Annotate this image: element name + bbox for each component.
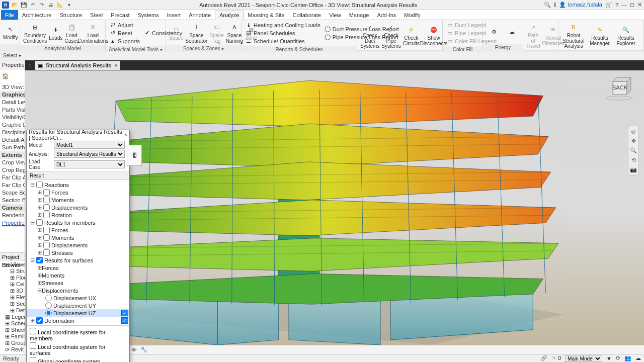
qat-more-icon[interactable]: ▾ [65,2,72,9]
redo-icon[interactable]: ↷ [38,2,45,9]
tab-steel[interactable]: Steel [86,10,107,20]
main-model-select[interactable]: Main Model [565,355,602,362]
tree-node-stresses[interactable]: ⊞Stresses [27,279,129,287]
user-name[interactable]: 👤 tomasz.fudala [559,2,602,8]
pan-icon[interactable]: ✥ [631,138,636,144]
tab-analyze[interactable]: Analyze [215,11,244,20]
view-tab[interactable]: ▣ Structural Analysis Results × [35,61,121,70]
worksets-icon[interactable]: 👥 [624,355,631,361]
save-icon[interactable]: 💾 [20,2,27,9]
tab-systems[interactable]: Systems [133,10,163,20]
prop-row[interactable]: Graphic Displ [0,121,25,129]
close-icon[interactable]: ✕ [637,2,642,8]
camera-icon[interactable]: 📷 [630,166,637,173]
prop-row[interactable]: Section Box [0,197,25,204]
undo-icon[interactable]: ↶ [29,2,36,9]
opt-local-members[interactable]: Local coordinate system for members [30,328,126,341]
prop-row[interactable]: Parts Visibili [0,106,25,114]
boundary-conditions-button[interactable]: ⊞Boundary Conditions [23,21,47,44]
loadcase-select[interactable]: DL1 [54,160,125,168]
prop-row[interactable]: Scope Box [0,189,25,197]
tree-node-disp-uz[interactable]: Displacement UZ✓ [27,309,129,317]
select-bar[interactable]: Select ▾ [0,51,644,60]
results-manager-button[interactable]: ✎Results Manager [588,24,612,46]
reveal-icon[interactable]: 🔧 [140,346,147,353]
prop-row[interactable]: Far Clip Activ [0,174,25,182]
prop-row[interactable]: Rendering Se [0,212,25,219]
dialog-title-bar[interactable]: Results for Structural Analysis Results … [27,130,129,139]
properties-help-link[interactable]: Properties help [0,219,25,227]
hide-icon[interactable]: 👁 [130,347,137,353]
model-select[interactable]: Model1 [54,141,125,149]
tree-node-results-members[interactable]: ⊟Results for members [27,219,129,226]
link-icon[interactable]: 🔗 [540,355,547,361]
tree-node-stresses[interactable]: ⊞Stresses [27,249,129,256]
space-separator-button[interactable]: ⌇Space Separator [185,21,207,44]
sync-icon[interactable]: ⟳ [616,355,620,361]
tree-node-reactions[interactable]: ⊟Reactions [27,181,129,189]
prop-row[interactable]: Crop View [0,159,25,166]
restore-icon[interactable]: ◻ [630,2,634,8]
close-icon[interactable]: × [114,62,117,68]
tab-manage[interactable]: Manage [345,10,373,20]
tree-node-moments[interactable]: ⊞Moments [27,234,129,241]
tree-node-forces[interactable]: ⊞Forces [27,189,129,196]
filter-icon[interactable]: ▼ [606,355,612,361]
tree-node-moments[interactable]: ⊞Moments [27,272,129,279]
zoom-icon[interactable]: 🔍 [630,147,637,154]
supports-button[interactable]: ▲Supports [109,37,141,45]
tab-modify[interactable]: Modify [400,10,424,20]
load-cases-button[interactable]: 📋Load Cases [65,21,79,44]
tree-node-deformation[interactable]: ⊞Deformation✓ [27,317,129,324]
tab-file[interactable]: File [1,10,18,20]
reset-button[interactable]: ↺Reset [109,29,141,37]
help-icon[interactable]: ? [615,2,618,8]
wheel-icon[interactable]: ◎ [631,128,636,135]
home-view-icon[interactable]: ⌂ [28,62,32,68]
analysis-select[interactable]: Structural Analysis Results [54,150,125,158]
measure-icon[interactable]: 📐 [56,2,63,9]
tab-annotate[interactable]: Annotate [185,10,215,20]
tab-view[interactable]: View [325,10,345,20]
load-combos-button[interactable]: ≣Load Combinations [81,21,105,44]
tab-massing[interactable]: Massing & Site [244,10,288,20]
show-disconnects-button[interactable]: ⛔Show Disconnects [422,24,446,46]
cart-icon[interactable]: 🛒 [605,2,612,8]
tree-node-rotation[interactable]: ⊞Rotation [27,211,129,219]
space-naming-button[interactable]: ASpace Naming [226,21,243,44]
tree-node-disp-ux[interactable]: Displacement UX [27,294,129,302]
prop-row[interactable]: Detail Level [0,99,25,106]
check-duct-button[interactable]: ✓Check Duct Systems [360,21,379,49]
search-icon[interactable]: 🔍 [544,2,551,8]
open-icon[interactable]: 📂 [11,2,18,9]
tab-structure[interactable]: Structure [55,10,86,20]
tab-architecture[interactable]: Architecture [18,10,56,20]
tree-node-displacements[interactable]: ⊞Displacements [27,204,129,211]
check-circuits-button[interactable]: ⚡Check Circuits [403,24,420,46]
minimize-icon[interactable]: — [621,2,627,8]
palette-button[interactable]: 🎛 [127,145,142,166]
tree-node-forces[interactable]: ⊞Forces [27,226,129,234]
tree-node-moments[interactable]: ⊞Moments [27,196,129,204]
orbit-icon[interactable]: ⟲ [631,157,636,163]
prop-row[interactable]: Far Clip Offse [0,182,25,189]
project-browser-tree[interactable]: ⊟ Views ( ⊟ Struct ⊞ Floor ⊞ Ceilin ⊞ 3D… [0,260,25,354]
energy-button2[interactable]: ☁ [504,26,520,38]
tab-precast[interactable]: Precast [107,10,133,20]
tree-node-displacements[interactable]: ⊟Displacements [27,287,129,294]
robot-analysis-button[interactable]: RRobot Structural Analysis [561,21,586,49]
check-pipe-button[interactable]: ✓Check Pipe Systems [381,21,400,49]
tab-collaborate[interactable]: Collaborate [289,10,325,20]
prop-row[interactable]: Discipline [0,129,25,136]
cloud-icon[interactable]: ☁ [635,355,641,361]
tab-addins[interactable]: Add-Ins [373,10,400,20]
print-icon[interactable]: 🖨 [47,2,54,9]
tree-node-displacements[interactable]: ⊞Displacements [27,241,129,249]
results-explorer-button[interactable]: 🔍Results Explorer [614,24,638,46]
opt-global[interactable]: Global coordinate system [30,357,126,362]
modify-button[interactable]: ↖Modify [3,23,18,41]
loads-button[interactable]: ⬇Loads [49,24,62,41]
tree-node-disp-uy[interactable]: Displacement UY [27,302,129,309]
opt-local-surfaces[interactable]: Local coordinate system for surfaces [30,342,126,356]
tree-node-forces[interactable]: ⊞Forces [27,264,129,272]
